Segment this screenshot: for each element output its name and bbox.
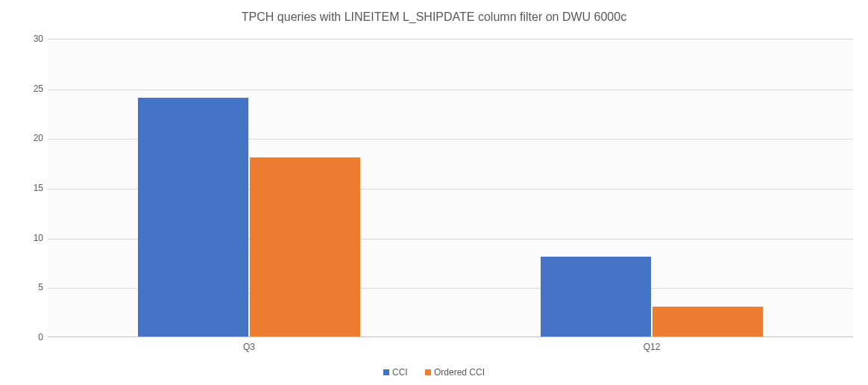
y-tick-label: 25	[6, 84, 43, 94]
legend-label-cci: CCI	[392, 367, 408, 378]
y-tick-label: 10	[6, 233, 43, 243]
y-tick-label: 5	[6, 282, 43, 292]
bar-cci-q12	[541, 257, 651, 337]
bar-cci-q3	[138, 98, 248, 337]
chart-title: TPCH queries with LINEITEM L_SHIPDATE co…	[0, 10, 868, 24]
legend-item-cci: CCI	[383, 367, 408, 378]
bar-ordered-cci-q3	[250, 157, 360, 337]
gridline	[48, 90, 853, 90]
x-category-label: Q3	[243, 342, 255, 352]
legend-swatch-cci	[383, 369, 389, 375]
legend-swatch-ordered-cci	[425, 369, 431, 375]
y-tick-label: 15	[6, 183, 43, 193]
legend-item-ordered-cci: Ordered CCI	[425, 367, 485, 378]
legend: CCI Ordered CCI	[0, 367, 868, 378]
bar-ordered-cci-q12	[652, 307, 763, 337]
legend-label-ordered-cci: Ordered CCI	[434, 367, 485, 378]
y-tick-label: 0	[6, 332, 43, 342]
y-tick-label: 20	[6, 133, 43, 143]
chart-container: TPCH queries with LINEITEM L_SHIPDATE co…	[0, 0, 868, 385]
y-tick-label: 30	[6, 34, 43, 44]
x-category-label: Q12	[644, 342, 661, 352]
plot-area	[48, 39, 853, 337]
